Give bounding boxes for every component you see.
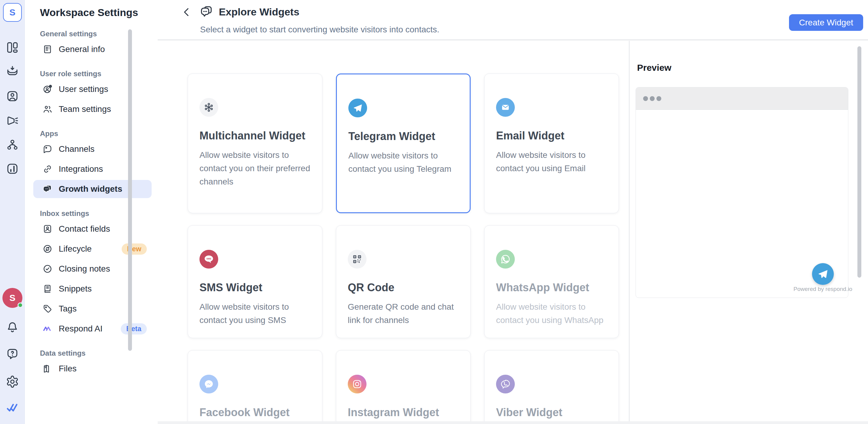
widget-cards-area: Multichannel WidgetAllow website visitor…	[158, 41, 629, 424]
sidebar-item-closing-notes[interactable]: Closing notes	[33, 260, 152, 278]
sidebar-title: Workspace Settings	[40, 6, 152, 19]
widget-card-title: QR Code	[348, 280, 459, 295]
help-icon[interactable]	[6, 347, 19, 360]
broadcast-icon[interactable]	[6, 114, 19, 127]
sidebar-item-integrations[interactable]: Integrations	[33, 160, 152, 178]
respond-ai-icon	[42, 324, 53, 334]
multichannel-icon	[199, 98, 218, 117]
widget-card-telegram-widget[interactable]: Telegram WidgetAllow website visitors to…	[336, 73, 471, 213]
page-subtitle: Select a widget to start converting webs…	[200, 25, 439, 34]
telegram-widget-fab[interactable]	[812, 263, 834, 285]
section-header-general-settings: General settings	[40, 29, 152, 38]
sidebar-scrollbar[interactable]	[128, 29, 132, 351]
section-header-data-settings: Data settings	[40, 349, 152, 358]
sidebar-item-general-info[interactable]: General info	[33, 40, 152, 58]
channels-icon	[42, 144, 53, 154]
widget-card-title: Instagram Widget	[348, 405, 459, 420]
section-header-apps: Apps	[40, 129, 152, 138]
sidebar-item-growth-widgets[interactable]: Growth widgets	[33, 180, 152, 198]
workspace-logo[interactable]: S	[3, 3, 22, 22]
widget-card-sms-widget[interactable]: SMSSMS WidgetAllow website visitors to c…	[188, 225, 322, 338]
sidebar-item-respond-ai[interactable]: Respond AIBeta	[33, 320, 152, 338]
sidebar-item-user-settings[interactable]: User settings	[33, 80, 152, 98]
preview-title: Preview	[637, 63, 671, 73]
closing-notes-icon	[42, 264, 53, 274]
workspace-settings-page: S S Workspace Settings General settingsG…	[0, 0, 868, 424]
inbox-icon[interactable]	[6, 64, 19, 77]
sidebar-item-tags[interactable]: Tags	[33, 300, 152, 318]
widget-card-description: Generate QR code and chat link for chann…	[348, 300, 459, 327]
page-scrollbar[interactable]	[858, 46, 861, 278]
browser-dot	[643, 96, 648, 101]
viber-icon	[496, 375, 515, 393]
sidebar-item-label: Closing notes	[59, 264, 110, 274]
sidebar-item-contact-fields[interactable]: Contact fields	[33, 220, 152, 238]
section-header-user-role-settings: User role settings	[40, 69, 152, 78]
page-header: Explore Widgets Select a widget to start…	[158, 0, 868, 40]
user-avatar[interactable]: S	[2, 288, 22, 308]
dashboard-icon[interactable]	[6, 41, 19, 54]
sidebar-item-label: User settings	[59, 85, 108, 94]
widget-card-title: Email Widget	[496, 128, 607, 144]
content-area: Multichannel WidgetAllow website visitor…	[158, 41, 868, 424]
settings-icon[interactable]	[6, 375, 19, 388]
browser-dot	[650, 96, 655, 101]
widget-card-description: Allow website visitors to contact you us…	[496, 300, 607, 327]
widget-card-title: SMS Widget	[199, 280, 311, 295]
browser-dot	[656, 96, 661, 101]
sidebar-item-label: Tags	[59, 304, 76, 314]
widget-card-title: Telegram Widget	[348, 129, 458, 144]
sms-icon: SMS	[199, 250, 218, 268]
widget-card-qr-code[interactable]: QR CodeGenerate QR code and chat link fo…	[336, 225, 471, 338]
team-settings-icon	[42, 104, 53, 114]
sidebar-item-label: Channels	[59, 144, 94, 154]
new-badge: New	[122, 243, 147, 255]
widget-card-instagram-widget[interactable]: Instagram Widget	[336, 350, 471, 424]
svg-text:SMS: SMS	[207, 257, 211, 260]
sidebar-item-label: Respond AI	[59, 324, 102, 333]
sidebar-item-label: General info	[59, 44, 105, 54]
contacts-icon[interactable]	[6, 90, 19, 103]
messenger-icon	[199, 375, 218, 393]
sidebar-item-label: Growth widgets	[59, 184, 122, 194]
notifications-icon[interactable]	[6, 321, 19, 334]
workflows-icon[interactable]	[6, 138, 19, 152]
whatsapp-icon	[496, 250, 515, 268]
powered-by-label: Powered by respond.io	[794, 286, 852, 292]
lifecycle-icon	[42, 244, 53, 254]
sidebar-item-label: Lifecycle	[59, 244, 92, 254]
widget-card-email-widget[interactable]: Email WidgetAllow website visitors to co…	[484, 73, 619, 213]
sidebar-item-lifecycle[interactable]: LifecycleNew	[33, 240, 152, 258]
widgets-icon	[199, 4, 213, 19]
section-header-inbox-settings: Inbox settings	[40, 209, 152, 218]
sidebar-item-channels[interactable]: Channels	[33, 140, 152, 158]
sidebar-item-label: Team settings	[59, 104, 111, 114]
avatar-initial: S	[9, 293, 16, 303]
online-status-dot	[18, 302, 23, 308]
respond-logo-icon[interactable]	[6, 401, 19, 414]
telegram-icon	[348, 99, 367, 117]
back-button[interactable]	[181, 6, 192, 18]
widget-card-whatsapp-widget[interactable]: WhatsApp WidgetAllow website visitors to…	[484, 225, 619, 338]
contact-fields-icon	[42, 224, 53, 234]
email-icon	[496, 98, 515, 117]
create-widget-button[interactable]: Create Widget	[789, 14, 863, 31]
sidebar-item-label: Files	[59, 364, 76, 373]
widget-card-title: Viber Widget	[496, 405, 607, 420]
sidebar-item-snippets[interactable]: Snippets	[33, 280, 152, 298]
tags-icon	[42, 304, 53, 314]
beta-badge: Beta	[121, 323, 147, 334]
horizontal-scrollbar-track[interactable]	[158, 421, 868, 424]
sidebar-item-files[interactable]: Files	[33, 360, 152, 378]
sidebar-item-label: Integrations	[59, 164, 103, 174]
user-settings-icon	[42, 84, 53, 94]
sidebar-item-label: Snippets	[59, 284, 92, 294]
growth-widgets-icon	[42, 184, 53, 194]
sidebar-item-team-settings[interactable]: Team settings	[33, 100, 152, 118]
widget-card-description: Allow website visitors to contact you on…	[199, 149, 311, 188]
general-info-icon	[42, 44, 53, 55]
reports-icon[interactable]	[6, 162, 19, 175]
widget-card-multichannel-widget[interactable]: Multichannel WidgetAllow website visitor…	[188, 73, 322, 213]
widget-card-viber-widget[interactable]: Viber Widget	[484, 350, 619, 424]
widget-card-facebook-widget[interactable]: Facebook Widget	[188, 350, 322, 424]
